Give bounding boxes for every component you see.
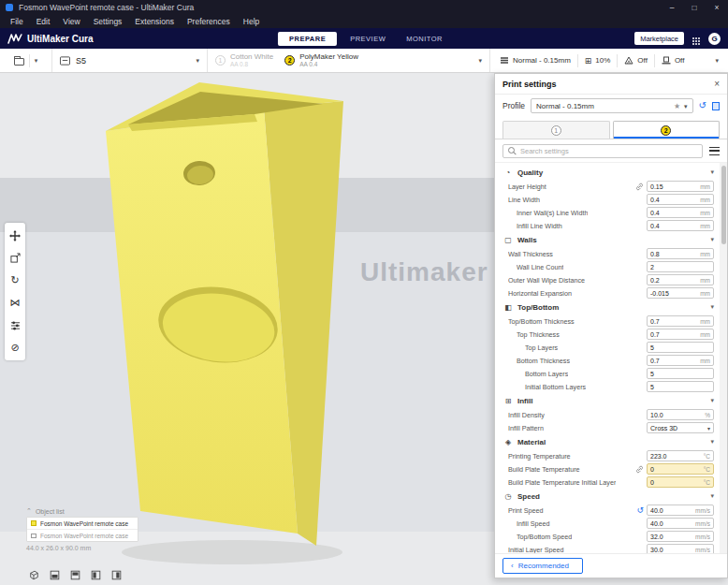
print-settings-summary[interactable]: Normal - 0.15mm ⊞ 10% Off Off ▾ [490, 49, 728, 72]
setting-label: Infill Line Width [517, 222, 562, 230]
view-3d-icon[interactable] [28, 568, 40, 580]
move-tool[interactable] [9, 229, 22, 241]
support-blocker-tool[interactable]: ⊘ [9, 342, 22, 354]
setting-input[interactable]: 223.0°C [647, 450, 714, 461]
setting-input[interactable]: 0.7mm [647, 329, 714, 340]
setting-input[interactable]: 10.0% [647, 409, 714, 420]
material-selector[interactable]: 1 Cotton White AA 0.8 2 PolyMaker Yellow… [208, 49, 490, 72]
mirror-tool[interactable]: ⋈ [9, 297, 22, 309]
close-window-button[interactable]: × [706, 0, 728, 15]
setting-unit: mm [700, 210, 710, 216]
menu-extensions[interactable]: Extensions [128, 15, 181, 28]
recommended-button[interactable]: ‹ Recommended [502, 558, 583, 574]
search-box [502, 144, 703, 158]
setting-input[interactable]: 5 [647, 342, 714, 353]
menu-preferences[interactable]: Preferences [181, 15, 237, 28]
category-infill[interactable]: ⊞Infill▾ [495, 393, 720, 408]
category-top-bottom[interactable]: ◧Top/Bottom▾ [495, 300, 720, 314]
setting-row-build-plate-temperature-initial-layer: Build Plate Temperature Initial Layer0°C [495, 475, 720, 489]
setting-input[interactable]: 30.0mm/s [647, 544, 714, 553]
maximize-button[interactable]: □ [683, 0, 706, 15]
setting-input[interactable]: 5 [647, 368, 714, 379]
setting-input[interactable]: 0.7mm [647, 315, 714, 327]
cura-window: Fosmon WavePoint remote case - UltiMaker… [0, 0, 728, 585]
open-file-button[interactable]: ▾ [0, 49, 52, 72]
menu-file[interactable]: File [4, 15, 30, 28]
setting-label: Initial Layer Speed [508, 546, 564, 554]
ultimaker-mark-icon [7, 34, 22, 44]
settings-scrollbar[interactable] [720, 163, 727, 553]
setting-input[interactable]: 0°C [647, 463, 714, 475]
model-fosmon-case[interactable] [106, 82, 343, 564]
view-top-icon[interactable] [69, 568, 81, 580]
setting-dropdown[interactable]: Cross 3D▾ [647, 422, 714, 433]
reset-value-icon[interactable]: ↺ [636, 506, 644, 515]
view-front-icon[interactable] [49, 568, 61, 580]
view-left-icon[interactable] [90, 568, 102, 580]
extruder-2-config[interactable]: 2 PolyMaker Yellow AA 0.4 [284, 52, 358, 68]
layers-icon [500, 56, 509, 65]
setting-value: 0.4 [650, 197, 698, 203]
scrollbar-thumb[interactable] [721, 166, 726, 244]
chevron-down-icon[interactable]: ▾ [35, 57, 38, 64]
profile-dropdown[interactable]: Normal - 0.15mm ★ ▾ [531, 98, 693, 113]
menu-settings[interactable]: Settings [87, 15, 129, 28]
setting-input[interactable]: 32.0mm/s [647, 531, 714, 542]
extruder-2-nozzle: AA 0.4 [299, 61, 358, 67]
search-input[interactable] [520, 147, 697, 155]
per-model-settings-tool[interactable] [9, 319, 22, 331]
close-icon[interactable]: × [714, 80, 720, 89]
setting-input[interactable]: 0.4mm [647, 220, 714, 231]
setting-unit: mm [700, 358, 710, 364]
setting-input[interactable]: 5 [647, 381, 714, 392]
extruder-1-config[interactable]: 1 Cotton White AA 0.8 [215, 52, 273, 68]
save-profile-icon[interactable] [712, 102, 720, 110]
category-material[interactable]: ◈Material▾ [495, 434, 720, 449]
view-right-icon[interactable] [110, 568, 123, 580]
rotate-tool[interactable]: ↻ [9, 274, 22, 286]
setting-row-infill-density: Infill Density10.0% [495, 408, 720, 421]
setting-input[interactable]: 0.2mm [647, 274, 714, 285]
object-list-item[interactable]: Fosmon WavePoint remote case [27, 529, 138, 541]
apps-grid-icon[interactable] [692, 37, 694, 39]
extruder-tab-1[interactable]: 1 [502, 121, 610, 139]
settings-menu-icon[interactable] [709, 147, 720, 155]
setting-unit: mm [700, 197, 710, 203]
tab-preview[interactable]: PREVIEW [342, 32, 393, 46]
scale-tool[interactable] [9, 252, 22, 264]
setting-input[interactable]: 0.7mm [647, 355, 714, 366]
tab-monitor[interactable]: MONITOR [399, 32, 450, 46]
setting-value: -0.015 [650, 290, 698, 297]
setting-input[interactable]: 0.4mm [647, 207, 714, 218]
account-avatar[interactable]: G [708, 33, 721, 45]
category-speed[interactable]: ◷Speed▾ [495, 489, 720, 504]
category-quality[interactable]: ◔Quality▾ [495, 165, 720, 180]
star-icon[interactable]: ★ [674, 102, 680, 110]
category-walls[interactable]: ▢Walls▾ [495, 232, 720, 247]
setting-unit: % [705, 412, 710, 418]
object-list-item[interactable]: Fosmon WavePoint remote case [27, 518, 138, 529]
marketplace-button[interactable]: Marketplace [634, 32, 684, 45]
setting-label: Print Speed [508, 506, 544, 515]
setting-input[interactable]: 2 [647, 261, 714, 272]
setting-value: 0.7 [650, 318, 698, 325]
minimize-button[interactable]: – [661, 0, 683, 15]
app-name: UltiMaker Cura [27, 34, 94, 44]
object-list-header[interactable]: ⌃ Object list [26, 507, 138, 515]
setting-input[interactable]: -0.015mm [647, 287, 714, 299]
setting-input[interactable]: 0.8mm [647, 248, 714, 259]
tab-prepare[interactable]: PREPARE [278, 32, 337, 46]
discard-changes-icon[interactable]: ↺ [699, 101, 706, 110]
setting-input[interactable]: 0.4mm [647, 194, 714, 205]
extruder-tab-2[interactable]: 2 [613, 121, 721, 139]
setting-input[interactable]: 40.0mm/s [647, 505, 714, 516]
setting-input[interactable]: 0°C [647, 476, 714, 488]
menu-edit[interactable]: Edit [30, 15, 57, 28]
menu-view[interactable]: View [56, 15, 86, 28]
printer-icon [31, 534, 36, 538]
setting-row-outer-wall-wipe-distance: Outer Wall Wipe Distance0.2mm [495, 273, 720, 286]
menu-help[interactable]: Help [237, 15, 266, 28]
printer-selector[interactable]: S5 ▾ [52, 49, 208, 72]
setting-input[interactable]: 0.15mm [647, 181, 714, 192]
setting-input[interactable]: 40.0mm/s [647, 518, 714, 529]
